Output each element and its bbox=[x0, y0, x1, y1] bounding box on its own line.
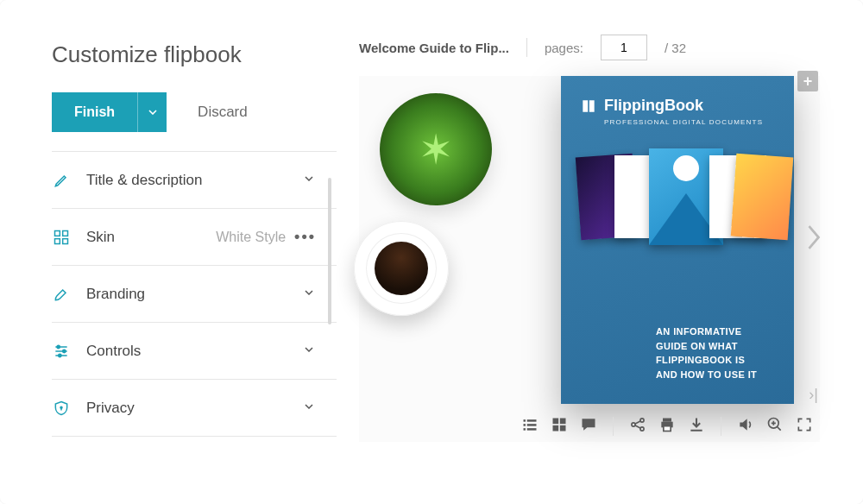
svg-rect-2 bbox=[55, 238, 60, 243]
divider bbox=[613, 417, 614, 436]
svg-rect-21 bbox=[663, 419, 671, 422]
svg-point-7 bbox=[60, 406, 62, 408]
sliders-icon bbox=[52, 342, 71, 361]
brand-subtitle: PROFESSIONAL DIGITAL DOCUMENTS bbox=[604, 118, 775, 126]
divider bbox=[721, 417, 721, 436]
last-page-button[interactable]: ›| bbox=[809, 386, 818, 404]
option-label: Skin bbox=[86, 229, 216, 246]
add-page-button[interactable]: + bbox=[797, 71, 818, 91]
svg-rect-0 bbox=[55, 230, 60, 236]
svg-rect-1 bbox=[63, 230, 68, 236]
option-title-description[interactable]: Title & description bbox=[52, 152, 337, 209]
fullscreen-icon[interactable] bbox=[796, 416, 813, 437]
brush-icon bbox=[52, 285, 71, 304]
customize-panel: Customize flipbook Finish Discard Title … bbox=[9, 16, 337, 495]
more-icon[interactable]: ••• bbox=[294, 228, 316, 246]
zoom-icon[interactable] bbox=[766, 416, 784, 437]
grid-icon bbox=[52, 228, 71, 247]
cover-collage bbox=[580, 148, 775, 261]
option-controls[interactable]: Controls bbox=[52, 323, 337, 380]
chevron-down-icon bbox=[302, 172, 316, 189]
thumbnails-icon[interactable] bbox=[551, 416, 568, 437]
next-page-button[interactable] bbox=[804, 223, 823, 255]
viewer-toolbar bbox=[521, 416, 813, 437]
brand-name: FlippingBook bbox=[604, 97, 703, 115]
svg-rect-17 bbox=[560, 425, 566, 432]
flipbook-cover[interactable]: FlippingBook PROFESSIONAL DIGITAL DOCUME… bbox=[561, 76, 794, 404]
svg-rect-15 bbox=[560, 419, 566, 425]
pages-label: pages: bbox=[545, 41, 583, 55]
coffee-decor bbox=[354, 221, 449, 316]
preview-panel: Welcome Guide to Flip... pages: / 32 + F… bbox=[337, 16, 854, 495]
option-label: Title & description bbox=[86, 172, 302, 189]
page-input[interactable] bbox=[601, 35, 647, 60]
option-privacy[interactable]: Privacy bbox=[52, 380, 337, 437]
finish-dropdown-button[interactable] bbox=[137, 92, 167, 132]
option-label: Branding bbox=[86, 286, 302, 303]
brand-logo: FlippingBook bbox=[580, 97, 775, 115]
discard-button[interactable]: Discard bbox=[198, 104, 248, 121]
share-icon[interactable] bbox=[629, 416, 646, 437]
svg-rect-8 bbox=[524, 419, 526, 422]
app-root: Customize flipbook Finish Discard Title … bbox=[0, 0, 863, 504]
svg-point-6 bbox=[59, 354, 61, 356]
option-branding[interactable]: Branding bbox=[52, 266, 337, 323]
svg-rect-13 bbox=[527, 428, 537, 431]
option-skin[interactable]: Skin White Style ••• bbox=[52, 209, 337, 266]
download-icon[interactable] bbox=[688, 416, 705, 437]
chevron-down-icon bbox=[302, 286, 316, 303]
option-value: White Style bbox=[216, 230, 286, 245]
scrollbar[interactable] bbox=[328, 178, 331, 324]
options-list: Title & description Skin White Style •••… bbox=[52, 151, 337, 437]
svg-rect-12 bbox=[524, 428, 526, 431]
svg-rect-14 bbox=[553, 419, 559, 425]
option-label: Privacy bbox=[86, 400, 302, 417]
cover-text: AN INFORMATIVE GUIDE ON WHAT FLIPPINGBOO… bbox=[656, 324, 757, 381]
page-title: Customize flipbook bbox=[52, 41, 337, 68]
svg-point-4 bbox=[57, 345, 60, 348]
notes-icon[interactable] bbox=[580, 416, 597, 437]
chevron-down-icon bbox=[302, 400, 316, 417]
svg-rect-23 bbox=[664, 426, 671, 432]
svg-rect-10 bbox=[524, 424, 526, 426]
toc-icon[interactable] bbox=[521, 416, 539, 437]
action-row: Finish Discard bbox=[52, 92, 337, 132]
preview-header: Welcome Guide to Flip... pages: / 32 bbox=[359, 35, 842, 60]
svg-rect-16 bbox=[553, 425, 559, 432]
pencil-icon bbox=[52, 171, 71, 190]
divider bbox=[526, 38, 527, 57]
svg-rect-9 bbox=[527, 419, 537, 422]
svg-rect-3 bbox=[63, 238, 68, 243]
shield-icon bbox=[52, 399, 71, 418]
svg-rect-11 bbox=[527, 424, 537, 426]
sound-icon[interactable] bbox=[737, 416, 754, 437]
option-label: Controls bbox=[86, 343, 302, 360]
document-title: Welcome Guide to Flip... bbox=[359, 41, 509, 55]
finish-button[interactable]: Finish bbox=[52, 92, 137, 132]
total-pages: / 32 bbox=[665, 41, 686, 55]
flipbook-canvas: + FlippingBook PROFESSIONAL DIGITAL DOCU… bbox=[359, 76, 820, 442]
print-icon[interactable] bbox=[658, 416, 676, 437]
svg-point-5 bbox=[63, 350, 66, 352]
plant-decor bbox=[380, 93, 492, 205]
chevron-down-icon bbox=[302, 343, 316, 360]
finish-button-group: Finish bbox=[52, 92, 167, 132]
